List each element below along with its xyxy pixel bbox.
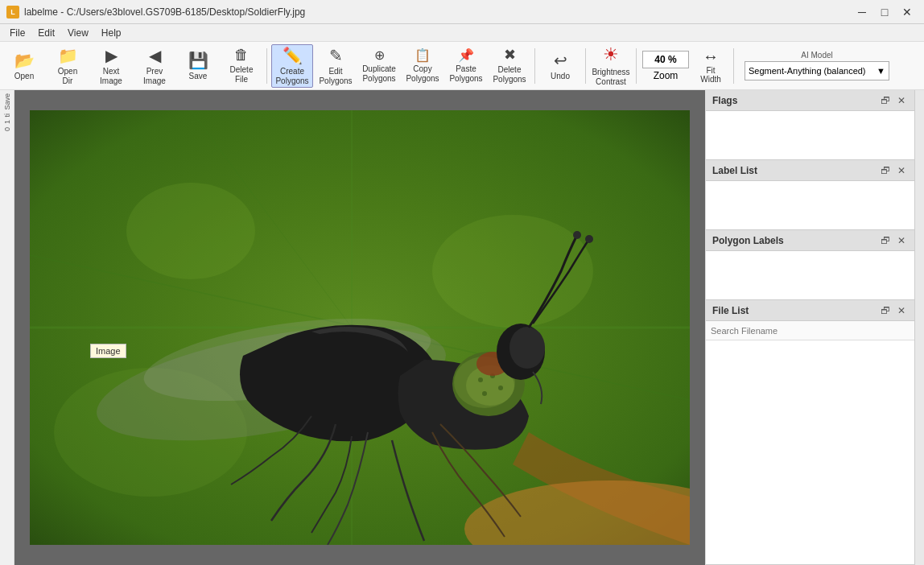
maximize-button[interactable]: □: [874, 3, 895, 21]
undo-icon: ↩: [554, 51, 567, 70]
file-list-body: [706, 340, 914, 564]
undo-label: Undo: [551, 72, 570, 81]
fit-label: Fit Width: [700, 66, 721, 84]
label-list-title: Label List: [712, 165, 757, 176]
fit-width-button[interactable]: ↔ Fit Width: [692, 44, 729, 88]
zoom-value: 40 %: [654, 54, 676, 65]
save-button[interactable]: 💾 Save: [177, 44, 219, 88]
save-label: Save: [189, 72, 208, 81]
svg-point-14: [478, 377, 483, 382]
file-list-restore-button[interactable]: 🗗: [879, 304, 892, 317]
duplicate-label: Duplicate Polygons: [362, 64, 396, 84]
delete-polygons-icon: ✖: [504, 47, 516, 64]
undo-button[interactable]: ↩ Undo: [539, 44, 581, 88]
separator-1: [266, 48, 267, 84]
prev-label: Prev Image: [143, 67, 166, 86]
fit-icon: ↔: [703, 47, 719, 66]
flags-section: Flags 🗗 ✕: [706, 90, 914, 160]
edit-polygons-icon: ✎: [329, 46, 343, 65]
sidebar-item-3: 1: [3, 120, 11, 124]
open-label: Open: [14, 72, 34, 81]
polygon-labels-body: [706, 251, 914, 299]
label-list-restore-button[interactable]: 🗗: [879, 164, 892, 177]
menu-view[interactable]: View: [61, 26, 95, 40]
right-scrollbar[interactable]: [914, 90, 924, 565]
brightness-icon: ☀: [603, 44, 619, 65]
create-polygons-button[interactable]: ✏️ Create Polygons: [271, 44, 313, 88]
close-button[interactable]: ✕: [897, 3, 918, 21]
polygon-labels-restore-button[interactable]: 🗗: [879, 234, 892, 247]
flags-body: [706, 111, 914, 159]
file-list-close-button[interactable]: ✕: [895, 304, 908, 317]
separator-2: [534, 48, 535, 84]
main-image[interactable]: Image: [30, 110, 690, 545]
app-icon: L: [6, 6, 19, 19]
brightness-contrast-button[interactable]: ☀ Brightness Contrast: [590, 44, 632, 88]
file-list-section: File List 🗗 ✕: [706, 300, 914, 565]
prev-icon: ◀: [149, 46, 161, 65]
open-dir-button[interactable]: 📁 Open Dir: [47, 44, 89, 88]
paste-icon: 📌: [458, 47, 474, 63]
window-title: labelme - C:/Users/e3blovel.GS709B-6185/…: [24, 6, 852, 18]
label-list-section: Label List 🗗 ✕: [706, 160, 914, 230]
copy-label: Copy Polygons: [406, 64, 439, 84]
flags-restore-button[interactable]: 🗗: [879, 94, 892, 107]
delete-file-icon: 🗑: [234, 47, 249, 64]
edit-polygons-button[interactable]: ✎ Edit Polygons: [315, 44, 357, 88]
file-search-input[interactable]: [706, 321, 914, 340]
copy-polygons-button[interactable]: 📋 Copy Polygons: [402, 44, 443, 88]
paste-label: Paste Polygons: [449, 64, 482, 84]
zoom-label: Zoom: [654, 70, 679, 81]
sidebar-save[interactable]: Save: [3, 93, 11, 110]
zoom-group: 40 % Zoom: [642, 51, 689, 81]
prev-image-button[interactable]: ◀ Prev Image: [134, 44, 175, 88]
svg-point-17: [482, 391, 487, 396]
file-list-controls: 🗗 ✕: [879, 304, 908, 317]
svg-point-21: [573, 231, 581, 239]
delete-file-button[interactable]: 🗑 Delete File: [221, 44, 262, 88]
polygon-labels-controls: 🗗 ✕: [879, 234, 908, 247]
image-container: Image: [14, 90, 705, 565]
label-list-body: [706, 181, 914, 229]
ai-model-chevron: ▼: [877, 66, 885, 76]
label-list-close-button[interactable]: ✕: [895, 164, 908, 177]
next-icon: ▶: [105, 46, 118, 65]
toolbar: 📂 Open 📁 Open Dir ▶ Next Image ◀ Prev Im…: [0, 42, 924, 90]
paste-polygons-button[interactable]: 📌 Paste Polygons: [445, 44, 487, 88]
file-list-title: File List: [712, 305, 749, 316]
file-list-header: File List 🗗 ✕: [706, 300, 914, 321]
flags-header: Flags 🗗 ✕: [706, 90, 914, 111]
brightness-label: Brightness Contrast: [592, 68, 629, 87]
polygon-labels-section: Polygon Labels 🗗 ✕: [706, 230, 914, 300]
left-sidebar: Save ti 1 0: [0, 90, 14, 565]
menu-help[interactable]: Help: [95, 26, 128, 40]
svg-point-16: [498, 386, 503, 390]
menubar: File Edit View Help: [0, 24, 924, 42]
copy-icon: 📋: [415, 47, 431, 63]
edit-polygons-label: Edit Polygons: [319, 67, 352, 86]
minimize-button[interactable]: ─: [852, 3, 872, 21]
flags-close-button[interactable]: ✕: [895, 94, 908, 107]
polygon-labels-close-button[interactable]: ✕: [895, 234, 908, 247]
ai-model-label: AI Model: [801, 51, 832, 60]
menu-file[interactable]: File: [3, 26, 31, 40]
delete-polygons-button[interactable]: ✖ Delete Polygons: [489, 44, 530, 88]
sidebar-item-2: ti: [3, 113, 11, 118]
ai-model-select[interactable]: Segment-Anything (balanced) ▼: [745, 61, 889, 80]
svg-point-20: [509, 327, 545, 369]
duplicate-icon: ⊕: [374, 47, 385, 63]
right-panel: Flags 🗗 ✕ Label List 🗗 ✕ Polygon: [705, 90, 914, 565]
duplicate-polygons-button[interactable]: ⊕ Duplicate Polygons: [358, 44, 400, 88]
create-polygons-label: Create Polygons: [275, 67, 308, 86]
ai-model-group: AI Model Segment-Anything (balanced) ▼: [745, 51, 889, 80]
open-button[interactable]: 📂 Open: [3, 44, 45, 88]
menu-edit[interactable]: Edit: [31, 26, 61, 40]
flags-title: Flags: [712, 95, 737, 106]
next-image-button[interactable]: ▶ Next Image: [90, 44, 132, 88]
polygon-labels-title: Polygon Labels: [712, 235, 784, 246]
delete-polygons-label: Delete Polygons: [493, 65, 526, 85]
main-layout: Save ti 1 0: [0, 90, 924, 565]
save-icon: 💾: [188, 51, 208, 70]
zoom-display[interactable]: 40 %: [642, 51, 689, 68]
canvas-area[interactable]: Image: [14, 90, 705, 565]
